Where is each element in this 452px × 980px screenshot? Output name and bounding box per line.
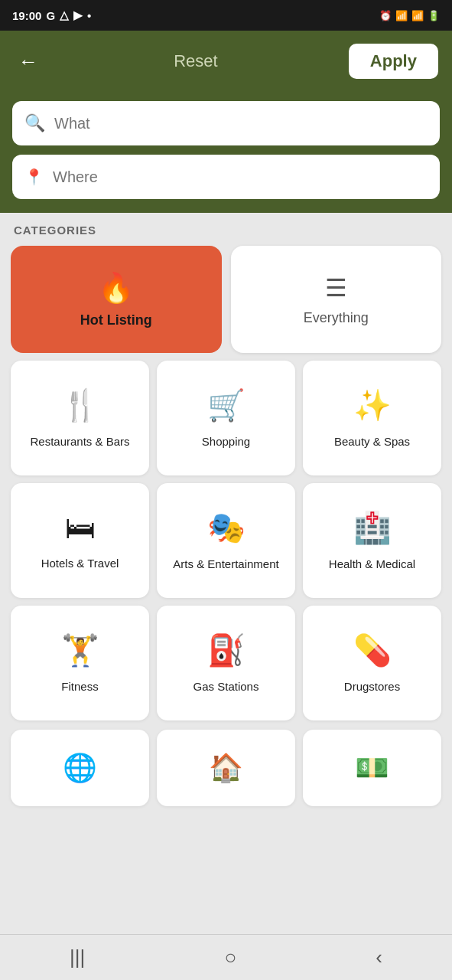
category-drugstores[interactable]: 💊 Drugstores bbox=[303, 606, 441, 720]
what-search-box[interactable]: 🔍 bbox=[12, 101, 440, 145]
where-input[interactable] bbox=[53, 168, 428, 186]
search-area: 🔍 📍 bbox=[0, 92, 452, 213]
dumbbell-icon: 🏋 bbox=[61, 632, 99, 668]
back-button[interactable]: ← bbox=[14, 45, 43, 78]
shopping-cart-icon: 🛒 bbox=[207, 387, 246, 423]
nav-home-button[interactable]: ○ bbox=[209, 939, 252, 975]
fork-knife-icon: 🍴 bbox=[61, 387, 99, 423]
status-bar: 19:00 G △ ▶ • ⏰ 📶 📶 🔋 bbox=[0, 0, 452, 31]
category-shopping[interactable]: 🛒 Shopping bbox=[157, 361, 295, 475]
header: ← Reset Apply bbox=[0, 31, 452, 92]
everything-label: Everything bbox=[304, 310, 369, 326]
wifi-icon: 📶 bbox=[395, 10, 408, 21]
hotels-travel-label: Hotels & Travel bbox=[37, 556, 124, 571]
top-categories-row: 🔥 Hot Listing ☰ Everything bbox=[0, 243, 452, 361]
category-health-medical[interactable]: 🏥 Health & Medical bbox=[303, 483, 441, 598]
restaurants-bars-label: Restaurants & Bars bbox=[25, 434, 134, 449]
menu-lines-icon: ☰ bbox=[325, 273, 347, 302]
what-input[interactable] bbox=[54, 115, 428, 132]
category-home[interactable]: 🏠 bbox=[157, 730, 295, 806]
home-icon: 🏠 bbox=[209, 752, 243, 784]
signal-icon: 📶 bbox=[411, 10, 424, 21]
bottom-partial-row: 🌐 🏠 💵 bbox=[0, 730, 452, 815]
status-right-icons: ⏰ 📶 📶 🔋 bbox=[379, 10, 440, 21]
category-everything[interactable]: ☰ Everything bbox=[231, 246, 442, 353]
status-google-icon: G bbox=[46, 9, 55, 22]
beauty-mirror-icon: ✨ bbox=[353, 387, 392, 423]
reset-label[interactable]: Reset bbox=[174, 51, 217, 71]
bottom-nav-bar: ||| ○ ‹ bbox=[0, 934, 452, 980]
apply-button[interactable]: Apply bbox=[349, 44, 438, 79]
health-medical-label: Health & Medical bbox=[324, 557, 420, 572]
nav-back-button[interactable]: ‹ bbox=[360, 939, 398, 975]
pill-icon: 💊 bbox=[353, 632, 392, 668]
status-dot-icon: • bbox=[87, 9, 91, 22]
money-icon: 💵 bbox=[355, 752, 389, 784]
alarm-icon: ⏰ bbox=[379, 10, 392, 21]
search-icon: 🔍 bbox=[24, 113, 45, 133]
arts-entertainment-label: Arts & Entertainment bbox=[168, 557, 283, 572]
category-hotels-travel[interactable]: 🛏 Hotels & Travel bbox=[11, 483, 149, 598]
hot-listing-label: Hot Listing bbox=[80, 312, 152, 328]
battery-icon: 🔋 bbox=[428, 10, 440, 21]
beauty-spas-label: Beauty & Spas bbox=[330, 434, 415, 449]
theater-masks-icon: 🎭 bbox=[207, 510, 246, 546]
gas-pump-icon: ⛽ bbox=[207, 632, 246, 668]
where-search-box[interactable]: 📍 bbox=[12, 155, 440, 199]
medical-kit-icon: 🏥 bbox=[353, 510, 392, 546]
fitness-label: Fitness bbox=[57, 679, 102, 694]
category-fitness[interactable]: 🏋 Fitness bbox=[11, 606, 149, 720]
category-restaurants-bars[interactable]: 🍴 Restaurants & Bars bbox=[11, 361, 149, 475]
status-time: 19:00 bbox=[12, 9, 41, 22]
categories-header: CATEGORIES bbox=[0, 213, 452, 243]
category-globe[interactable]: 🌐 bbox=[11, 730, 149, 806]
category-beauty-spas[interactable]: ✨ Beauty & Spas bbox=[303, 361, 441, 475]
status-shield-icon: △ bbox=[60, 8, 69, 22]
category-money[interactable]: 💵 bbox=[303, 730, 441, 806]
shopping-label: Shopping bbox=[197, 434, 255, 449]
category-gas-stations[interactable]: ⛽ Gas Stations bbox=[157, 606, 295, 720]
grid-categories: 🍴 Restaurants & Bars 🛒 Shopping ✨ Beauty… bbox=[0, 361, 452, 730]
status-youtube-icon: ▶ bbox=[73, 8, 83, 22]
categories-section: CATEGORIES 🔥 Hot Listing ☰ Everything 🍴 … bbox=[0, 213, 452, 934]
category-arts-entertainment[interactable]: 🎭 Arts & Entertainment bbox=[157, 483, 295, 598]
globe-icon: 🌐 bbox=[63, 752, 97, 784]
location-icon: 📍 bbox=[24, 168, 44, 186]
category-hot-listing[interactable]: 🔥 Hot Listing bbox=[11, 246, 222, 353]
flame-icon: 🔥 bbox=[98, 271, 134, 305]
drugstores-label: Drugstores bbox=[340, 679, 405, 694]
nav-recents-button[interactable]: ||| bbox=[54, 939, 100, 975]
bed-icon: 🛏 bbox=[65, 511, 96, 545]
gas-stations-label: Gas Stations bbox=[189, 679, 264, 694]
